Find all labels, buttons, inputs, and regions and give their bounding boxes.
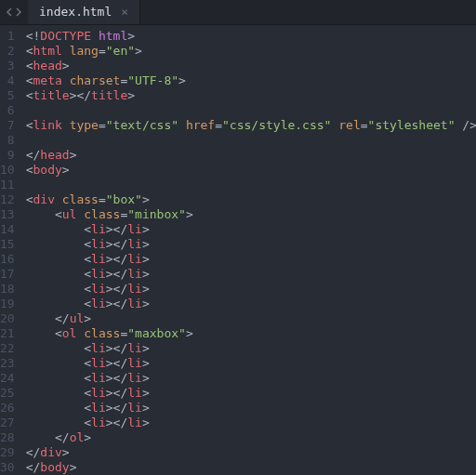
code-line[interactable]: <title></title> [26, 88, 476, 103]
line-number: 24 [0, 371, 15, 386]
line-number: 10 [0, 163, 15, 178]
code-line[interactable]: <ul class="minbox"> [26, 207, 476, 222]
code-line[interactable]: <head> [26, 59, 476, 73]
code-line[interactable]: <li></li> [26, 371, 476, 386]
nav-left-icon[interactable] [6, 7, 13, 17]
code-line[interactable]: <link type="text/css" href="css/style.cs… [26, 118, 476, 133]
close-icon[interactable]: × [121, 5, 128, 20]
line-number: 1 [0, 29, 15, 44]
code-line[interactable]: <li></li> [26, 416, 476, 430]
code-line[interactable]: </body> [26, 460, 476, 475]
line-number: 2 [0, 44, 15, 59]
code-line[interactable]: <meta charset="UTF-8"> [26, 73, 476, 88]
code-line[interactable]: <li></li> [26, 267, 476, 282]
line-number: 26 [0, 401, 15, 416]
code-line[interactable]: <li></li> [26, 356, 476, 371]
line-number: 20 [0, 311, 15, 326]
code-editor[interactable]: 1234567891011121314151617181920212223242… [0, 25, 476, 475]
code-line[interactable]: <ol class="maxbox"> [26, 326, 476, 341]
tab-active[interactable]: index.html × [28, 0, 140, 24]
line-number: 21 [0, 326, 15, 341]
code-line[interactable]: <li></li> [26, 237, 476, 252]
line-number: 16 [0, 252, 15, 267]
line-number: 17 [0, 267, 15, 282]
line-number: 27 [0, 416, 15, 430]
line-number: 3 [0, 59, 15, 73]
code-line[interactable]: </head> [26, 148, 476, 163]
code-line[interactable]: </ol> [26, 430, 476, 445]
line-number: 8 [0, 133, 15, 148]
line-number: 19 [0, 297, 15, 311]
line-number: 29 [0, 445, 15, 460]
code-line[interactable]: </ul> [26, 311, 476, 326]
line-number: 22 [0, 341, 15, 356]
line-number: 14 [0, 222, 15, 237]
code-line[interactable]: <li></li> [26, 341, 476, 356]
line-number: 15 [0, 237, 15, 252]
code-line[interactable]: <li></li> [26, 297, 476, 311]
code-line[interactable]: <li></li> [26, 386, 476, 401]
code-line[interactable]: <li></li> [26, 282, 476, 297]
line-number: 28 [0, 430, 15, 445]
code-line[interactable]: <!DOCTYPE html> [26, 29, 476, 44]
tab-nav-arrows [0, 0, 28, 24]
line-number: 25 [0, 386, 15, 401]
line-number: 11 [0, 178, 15, 192]
code-line[interactable]: <body> [26, 163, 476, 178]
line-number-gutter: 1234567891011121314151617181920212223242… [0, 25, 22, 475]
line-number: 7 [0, 118, 15, 133]
line-number: 4 [0, 73, 15, 88]
line-number: 5 [0, 88, 15, 103]
code-line[interactable]: <li></li> [26, 401, 476, 416]
tab-label: index.html [39, 5, 112, 20]
line-number: 6 [0, 103, 15, 118]
code-area[interactable]: <!DOCTYPE html><html lang="en"><head><me… [22, 25, 476, 475]
line-number: 18 [0, 282, 15, 297]
code-line[interactable] [26, 103, 476, 118]
line-number: 12 [0, 192, 15, 207]
code-line[interactable]: <div class="box"> [26, 192, 476, 207]
code-line[interactable]: </div> [26, 445, 476, 460]
code-line[interactable]: <li></li> [26, 252, 476, 267]
line-number: 30 [0, 460, 15, 475]
code-line[interactable] [26, 178, 476, 192]
code-line[interactable]: <html lang="en"> [26, 44, 476, 59]
code-line[interactable] [26, 133, 476, 148]
nav-right-icon[interactable] [15, 7, 22, 17]
code-line[interactable]: <li></li> [26, 222, 476, 237]
line-number: 9 [0, 148, 15, 163]
line-number: 23 [0, 356, 15, 371]
tab-bar: index.html × [0, 0, 476, 25]
line-number: 13 [0, 207, 15, 222]
